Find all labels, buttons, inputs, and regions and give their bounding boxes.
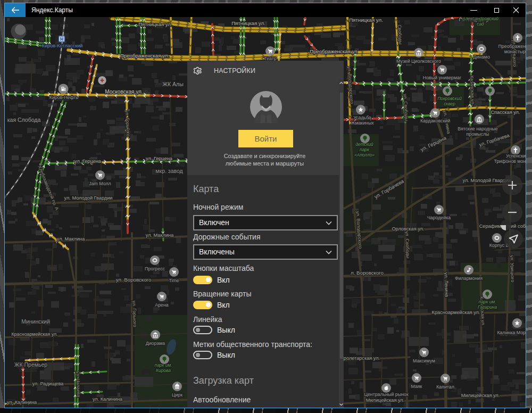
svg-text:Прогресс: Прогресс [145,266,165,271]
svg-text:Пятницкая ул.: Пятницкая ул. [138,21,172,27]
svg-text:ул. Горького: ул. Горького [131,301,138,327]
svg-text:ул. Воровского: ул. Воровского [116,277,152,283]
svg-text:Покровский: Покровский [437,96,462,101]
svg-text:Цирк: Цирк [172,392,182,398]
svg-text:Максимум: Максимум [413,358,435,364]
svg-text:Кардаковский: Кардаковский [420,118,450,123]
svg-text:Милицейская ул.: Милицейская ул. [366,398,404,403]
svg-text:ЖК Премьер: ЖК Премьер [14,361,47,368]
svg-text:Трифонов мон: Трифонов мон [494,159,526,164]
svg-text:ЖК Алы: ЖК Алы [162,81,183,87]
svg-text:ул. Свободы: ул. Свободы [404,231,411,259]
svg-text:Александровский: Александровский [462,17,498,21]
svg-text:Жмакиных: Жмакиных [351,120,374,126]
svg-text:Киров-Котласский: Киров-Котласский [42,43,83,48]
svg-text:Мининский: Мининский [21,318,50,325]
svg-text:Маяк: Маяк [411,384,422,389]
svg-text:Милицейская ул.: Милицейская ул. [461,393,500,398]
svg-text:парк: парк [360,147,370,152]
svg-text:Преображенская ул.: Преображенская ул. [120,53,169,59]
svg-text:Капитал: Капитал [436,384,454,390]
svg-text:Красноармейская ул.: Красноармейская ул. [11,332,57,337]
svg-text:Преображен: Преображен [498,44,526,49]
svg-text:ул. Урицкого: ул. Урицкого [509,255,516,282]
svg-text:Казанская ул.: Казанская ул. [469,76,476,105]
svg-text:монастыр: монастыр [504,49,526,54]
svg-text:Кирова: Кирова [156,368,171,373]
svg-text:Спасская ул.: Спасская ул. [491,110,520,115]
svg-text:Гагарина: Гагарина [478,304,497,310]
svg-text:Успенски: Успенски [506,153,526,159]
svg-text:Свободы: Свободы [397,24,403,44]
svg-text:ролетарская ул.: ролетарская ул. [344,356,380,361]
svg-text:Преображенская ул: Преображенская ул [310,48,358,54]
svg-text:Киров-Нефть: Киров-Нефть [49,95,79,100]
svg-text:кая Слобода: кая Слобода [7,117,41,123]
svg-text:ул. Радищева: ул. Радищева [32,381,64,386]
svg-text:Пятницкая ул.: Пятницкая ул. [231,20,265,26]
svg-text:мкр. завод: мкр. завод [155,168,182,174]
svg-text:промыслы: промыслы [467,131,489,137]
svg-text:Диорама: Диорама [146,341,165,346]
svg-text:Филармония: Филармония [455,276,483,281]
svg-text:Пятницкая ул.: Пятницкая ул. [349,17,383,23]
svg-text:Орловская ул.: Орловская ул. [392,226,424,232]
svg-text:Красноармейская ул.: Красноармейская ул. [432,310,480,315]
svg-text:ул. Герцена: ул. Герцена [74,159,102,164]
svg-text:ул. Молодой Гвардии: ул. Молодой Гвардии [64,195,113,201]
svg-text:Новый универмаг: Новый универмаг [423,75,461,80]
svg-text:сквер: сквер [444,101,455,106]
svg-text:ул. Калинина: ул. Калинина [93,397,123,402]
svg-text:ул. Калинина: ул. Калинина [7,400,37,405]
svg-text:Time: Time [169,278,179,283]
svg-text:Чародейка: Чародейка [427,215,451,220]
svg-text:сад: сад [477,21,484,27]
svg-text:Центральный рынок: Центральный рынок [364,392,408,397]
svg-text:ул. Маклина: ул. Маклина [146,233,174,238]
svg-text:Музей Циолковского: Музей Циолковского [396,59,441,64]
svg-text:Усадьба: Усадьба [353,115,371,120]
svg-text:Jam Молл: Jam Молл [89,181,111,186]
svg-text:Динамо: Динамо [473,54,490,60]
svg-text:«Аполло»: «Аполло» [354,152,375,158]
svg-text:ул. Герцена: ул. Герцена [146,156,173,161]
svg-text:Калинка Мор: Калинка Мор [497,330,526,335]
svg-text:ул. Маклина: ул. Маклина [57,236,85,242]
svg-text:ул. Чапаева: ул. Чапаева [75,371,81,397]
svg-text:л. Воровского: л. Воровского [351,270,384,276]
svg-text:ул. Ленина: ул. Ленина [443,272,450,298]
svg-text:парк им.: парк им. [479,299,496,304]
svg-text:Арена: Арена [155,302,169,308]
svg-text:Вятские народные: Вятские народные [458,126,498,131]
svg-text:Московская ул.: Московская ул. [105,89,143,95]
